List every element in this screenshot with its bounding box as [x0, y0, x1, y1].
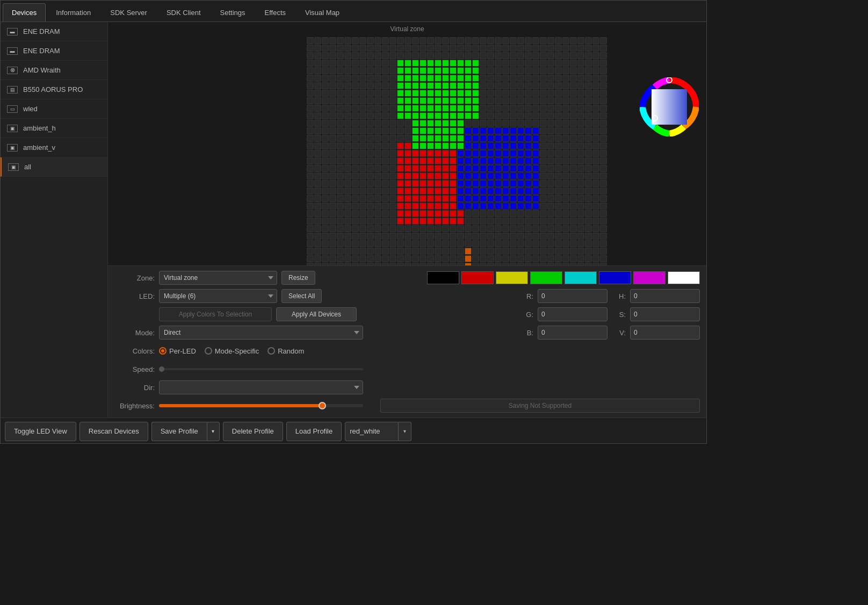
led-cell[interactable] [555, 97, 562, 104]
led-cell[interactable] [374, 263, 381, 265]
led-cell[interactable] [487, 248, 494, 255]
led-cell[interactable] [502, 150, 509, 157]
led-cell[interactable] [412, 172, 419, 179]
led-cell[interactable] [367, 188, 374, 195]
led-cell[interactable] [367, 255, 374, 262]
led-cell[interactable] [532, 263, 539, 265]
led-cell[interactable] [510, 75, 517, 82]
led-cell[interactable] [307, 60, 314, 67]
led-cell[interactable] [352, 120, 359, 127]
led-cell[interactable] [540, 180, 547, 187]
led-cell[interactable] [427, 225, 434, 232]
led-cell[interactable] [510, 105, 517, 112]
led-cell[interactable] [450, 127, 457, 134]
led-cell[interactable] [585, 240, 592, 247]
led-cell[interactable] [487, 67, 494, 74]
led-cell[interactable] [532, 180, 539, 187]
led-cell[interactable] [307, 210, 314, 217]
led-cell[interactable] [457, 248, 464, 255]
led-cell[interactable] [525, 180, 532, 187]
led-cell[interactable] [510, 142, 517, 149]
led-cell[interactable] [495, 157, 502, 164]
led-cell[interactable] [525, 97, 532, 104]
led-cell[interactable] [367, 105, 374, 112]
led-cell[interactable] [337, 142, 344, 149]
led-cell[interactable] [344, 52, 351, 59]
led-cell[interactable] [435, 112, 442, 119]
led-cell[interactable] [397, 172, 404, 179]
led-cell[interactable] [359, 165, 366, 172]
led-cell[interactable] [322, 142, 329, 149]
led-cell[interactable] [555, 233, 562, 240]
led-cell[interactable] [517, 90, 524, 97]
led-cell[interactable] [329, 90, 336, 97]
led-cell[interactable] [562, 233, 569, 240]
led-cell[interactable] [480, 248, 487, 255]
led-cell[interactable] [510, 188, 517, 195]
led-cell[interactable] [555, 195, 562, 202]
led-cell[interactable] [570, 135, 577, 142]
led-cell[interactable] [397, 263, 404, 265]
led-cell[interactable] [457, 188, 464, 195]
led-cell[interactable] [555, 127, 562, 134]
led-cell[interactable] [487, 120, 494, 127]
led-cell[interactable] [397, 188, 404, 195]
led-cell[interactable] [427, 75, 434, 82]
led-cell[interactable] [389, 240, 396, 247]
led-cell[interactable] [502, 225, 509, 232]
led-cell[interactable] [472, 142, 479, 149]
led-cell[interactable] [450, 112, 457, 119]
led-cell[interactable] [562, 172, 569, 179]
led-cell[interactable] [307, 225, 314, 232]
led-cell[interactable] [480, 105, 487, 112]
tab-effects[interactable]: Effects [256, 3, 295, 21]
led-cell[interactable] [450, 82, 457, 89]
swatch-black[interactable] [427, 271, 459, 284]
led-cell[interactable] [577, 82, 584, 89]
led-cell[interactable] [397, 233, 404, 240]
led-cell[interactable] [465, 188, 472, 195]
led-cell[interactable] [419, 240, 426, 247]
led-cell[interactable] [337, 255, 344, 262]
led-cell[interactable] [600, 218, 607, 225]
led-cell[interactable] [419, 52, 426, 59]
led-cell[interactable] [382, 112, 389, 119]
led-cell[interactable] [314, 203, 321, 210]
led-cell[interactable] [412, 195, 419, 202]
led-cell[interactable] [472, 75, 479, 82]
led-cell[interactable] [397, 82, 404, 89]
led-cell[interactable] [555, 203, 562, 210]
led-cell[interactable] [352, 82, 359, 89]
led-cell[interactable] [532, 135, 539, 142]
led-cell[interactable] [465, 203, 472, 210]
led-cell[interactable] [322, 45, 329, 52]
led-cell[interactable] [450, 248, 457, 255]
led-cell[interactable] [322, 82, 329, 89]
led-cell[interactable] [397, 90, 404, 97]
led-cell[interactable] [337, 60, 344, 67]
led-cell[interactable] [487, 188, 494, 195]
led-cell[interactable] [374, 180, 381, 187]
led-cell[interactable] [510, 218, 517, 225]
led-cell[interactable] [457, 240, 464, 247]
led-cell[interactable] [397, 150, 404, 157]
led-cell[interactable] [577, 240, 584, 247]
led-cell[interactable] [525, 218, 532, 225]
led-cell[interactable] [577, 150, 584, 157]
led-cell[interactable] [359, 172, 366, 179]
led-cell[interactable] [307, 142, 314, 149]
led-cell[interactable] [450, 172, 457, 179]
led-cell[interactable] [532, 52, 539, 59]
led-cell[interactable] [540, 233, 547, 240]
led-cell[interactable] [562, 188, 569, 195]
color-wheel[interactable] [640, 77, 699, 136]
led-cell[interactable] [547, 180, 554, 187]
led-cell[interactable] [525, 120, 532, 127]
led-cell[interactable] [359, 135, 366, 142]
led-cell[interactable] [510, 255, 517, 262]
led-cell[interactable] [562, 45, 569, 52]
led-cell[interactable] [382, 127, 389, 134]
led-cell[interactable] [465, 172, 472, 179]
led-cell[interactable] [517, 180, 524, 187]
led-cell[interactable] [307, 150, 314, 157]
